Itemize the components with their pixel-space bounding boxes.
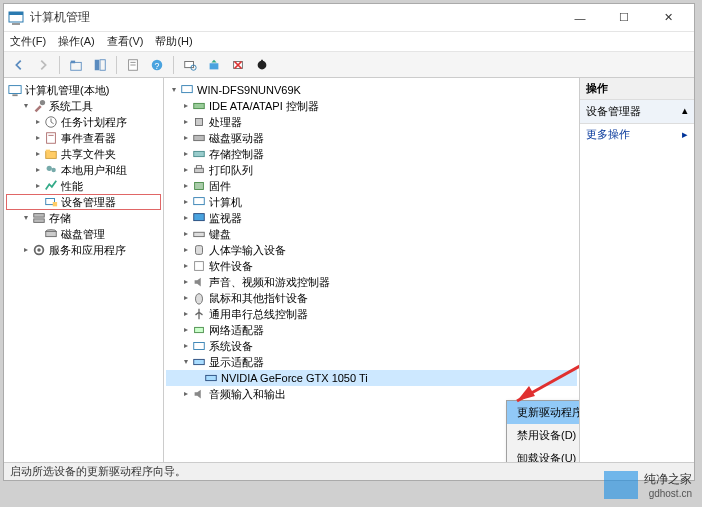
device-firmware[interactable]: ▸固件 xyxy=(166,178,577,194)
watermark-brand: 纯净之家 xyxy=(644,471,692,488)
device-cpu[interactable]: ▸处理器 xyxy=(166,114,577,130)
help-button[interactable]: ? xyxy=(146,54,168,76)
svg-point-35 xyxy=(37,248,41,252)
titlebar: 计算机管理 — ☐ ✕ xyxy=(4,4,694,32)
tools-icon xyxy=(32,99,46,113)
device-display[interactable]: ▾显示适配器 xyxy=(166,354,577,370)
device-sound[interactable]: ▸声音、视频和游戏控制器 xyxy=(166,274,577,290)
expander-icon[interactable]: ▾ xyxy=(20,210,32,226)
svg-rect-38 xyxy=(196,119,203,126)
maximize-button[interactable]: ☐ xyxy=(602,4,646,32)
menu-file[interactable]: 文件(F) xyxy=(10,34,46,49)
services-icon xyxy=(32,243,46,257)
tree-storage[interactable]: ▾ 存储 xyxy=(6,210,161,226)
actions-header: 操作 xyxy=(580,78,694,100)
svg-rect-24 xyxy=(46,151,57,158)
device-tree-pane[interactable]: ▾WIN-DFS9NUNV69K ▸IDE ATA/ATAPI 控制器 ▸处理器… xyxy=(164,78,580,462)
device-usb[interactable]: ▸通用串行总线控制器 xyxy=(166,306,577,322)
forward-button[interactable] xyxy=(32,54,54,76)
cpu-icon xyxy=(192,115,206,129)
device-hid[interactable]: ▸人体学输入设备 xyxy=(166,242,577,258)
back-button[interactable] xyxy=(8,54,30,76)
device-computer[interactable]: ▸计算机 xyxy=(166,194,577,210)
software-icon xyxy=(192,259,206,273)
minimize-button[interactable]: — xyxy=(558,4,602,32)
network-icon xyxy=(192,323,206,337)
device-ide[interactable]: ▸IDE ATA/ATAPI 控制器 xyxy=(166,98,577,114)
device-net[interactable]: ▸网络适配器 xyxy=(166,322,577,338)
device-gpu[interactable]: ▸NVIDIA GeForce GTX 1050 Ti xyxy=(166,370,577,386)
chevron-up-icon[interactable]: ▴ xyxy=(682,104,688,117)
svg-rect-51 xyxy=(194,343,205,350)
tree-task-scheduler[interactable]: ▸ 任务计划程序 xyxy=(6,114,161,130)
expander-icon[interactable]: ▸ xyxy=(32,146,44,162)
svg-rect-37 xyxy=(194,103,205,108)
device-disk[interactable]: ▸磁盘驱动器 xyxy=(166,130,577,146)
expander-icon[interactable]: ▸ xyxy=(32,130,44,146)
svg-rect-5 xyxy=(95,59,99,70)
svg-rect-29 xyxy=(53,202,57,206)
svg-point-20 xyxy=(40,100,45,105)
tree-shared-folders[interactable]: ▸ 共享文件夹 xyxy=(6,146,161,162)
device-mouse[interactable]: ▸鼠标和其他指针设备 xyxy=(166,290,577,306)
ctx-disable[interactable]: 禁用设备(D) xyxy=(507,424,580,447)
svg-rect-4 xyxy=(71,60,75,63)
tree-event-viewer[interactable]: ▸ 事件查看器 xyxy=(6,130,161,146)
uninstall-button[interactable] xyxy=(227,54,249,76)
device-keyboard[interactable]: ▸键盘 xyxy=(166,226,577,242)
device-monitor[interactable]: ▸监视器 xyxy=(166,210,577,226)
up-button[interactable] xyxy=(65,54,87,76)
expander-icon[interactable]: ▸ xyxy=(20,242,32,258)
ctx-uninstall[interactable]: 卸载设备(U) xyxy=(507,447,580,462)
tree-system-tools[interactable]: ▾ 系统工具 xyxy=(6,98,161,114)
expander-icon[interactable]: ▾ xyxy=(20,98,32,114)
show-hide-button[interactable] xyxy=(89,54,111,76)
tree-disk-mgmt[interactable]: ▸ 磁盘管理 xyxy=(6,226,161,242)
pc-icon xyxy=(192,195,206,209)
svg-rect-36 xyxy=(182,86,193,93)
disable-button[interactable] xyxy=(251,54,273,76)
device-storage-ctrl[interactable]: ▸存储控制器 xyxy=(166,146,577,162)
window-title: 计算机管理 xyxy=(30,9,558,26)
scan-button[interactable] xyxy=(179,54,201,76)
hid-icon xyxy=(192,243,206,257)
properties-button[interactable] xyxy=(122,54,144,76)
svg-point-27 xyxy=(51,168,55,172)
device-system[interactable]: ▸系统设备 xyxy=(166,338,577,354)
svg-rect-41 xyxy=(195,168,204,172)
svg-rect-53 xyxy=(206,375,217,380)
device-mgr-icon xyxy=(44,195,58,209)
expander-icon[interactable]: ▸ xyxy=(32,162,44,178)
expander-icon[interactable]: ▸ xyxy=(32,114,44,130)
svg-rect-44 xyxy=(194,198,205,205)
tree-local-users[interactable]: ▸ 本地用户和组 xyxy=(6,162,161,178)
device-software[interactable]: ▸软件设备 xyxy=(166,258,577,274)
device-print[interactable]: ▸打印队列 xyxy=(166,162,577,178)
svg-rect-1 xyxy=(9,12,23,15)
svg-rect-33 xyxy=(46,231,57,236)
tree-device-manager[interactable]: ▸ 设备管理器 xyxy=(6,194,161,210)
device-root[interactable]: ▾WIN-DFS9NUNV69K xyxy=(166,82,577,98)
tree-performance[interactable]: ▸ 性能 xyxy=(6,178,161,194)
watermark: 纯净之家 gdhost.cn xyxy=(604,471,692,499)
svg-rect-6 xyxy=(100,59,105,70)
menu-action[interactable]: 操作(A) xyxy=(58,34,95,49)
svg-rect-3 xyxy=(71,62,82,70)
sound-icon xyxy=(192,275,206,289)
status-text: 启动所选设备的更新驱动程序向导。 xyxy=(10,465,186,477)
left-tree-pane[interactable]: 计算机管理(本地) ▾ 系统工具 ▸ 任务计划程序 ▸ 事件查看器 ▸ 共享文件… xyxy=(4,78,164,462)
event-icon xyxy=(44,131,58,145)
toolbar: ? xyxy=(4,52,694,78)
menu-view[interactable]: 查看(V) xyxy=(107,34,144,49)
display-adapter-icon xyxy=(192,355,206,369)
close-button[interactable]: ✕ xyxy=(646,4,690,32)
ctx-update-driver[interactable]: 更新驱动程序(P) xyxy=(507,401,580,424)
menu-help[interactable]: 帮助(H) xyxy=(155,34,192,49)
more-actions-link[interactable]: 更多操作 ▸ xyxy=(580,124,694,145)
computer-icon xyxy=(180,83,194,97)
svg-rect-19 xyxy=(12,94,17,96)
update-driver-button[interactable] xyxy=(203,54,225,76)
tree-services[interactable]: ▸ 服务和应用程序 xyxy=(6,242,161,258)
expander-icon[interactable]: ▸ xyxy=(32,178,44,194)
tree-root[interactable]: 计算机管理(本地) xyxy=(6,82,161,98)
